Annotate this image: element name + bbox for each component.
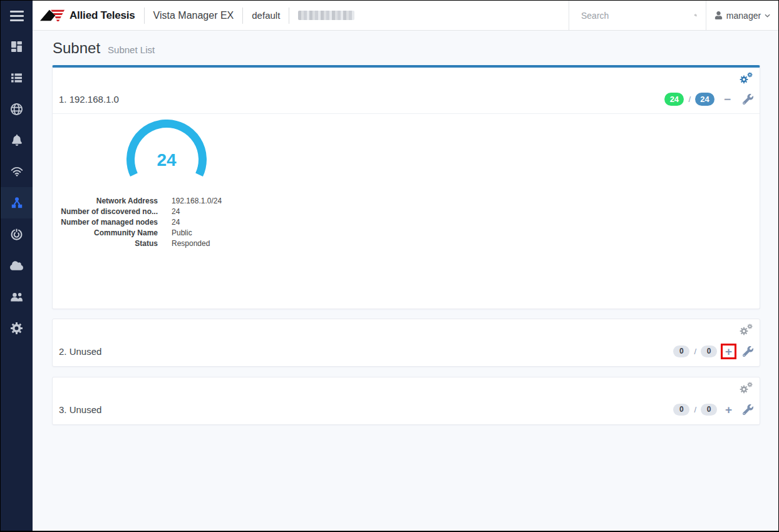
subnet-tools-button[interactable] — [743, 346, 753, 357]
wrench-icon — [743, 346, 753, 357]
detail-label: Community Name — [59, 228, 158, 238]
wrench-icon — [743, 94, 753, 105]
managed-count-badge: 0 — [701, 345, 717, 357]
sidebar-item-dashboard[interactable] — [1, 31, 33, 62]
sidebar — [1, 1, 33, 531]
user-icon — [715, 11, 723, 19]
brand-name: Allied Telesis — [70, 9, 135, 22]
detail-row: Community Name Public — [53, 228, 760, 238]
discovered-count-badge: 0 — [673, 345, 689, 357]
subnet-card-2: 2. Unused 0 / 0 + — [52, 319, 760, 367]
search-input[interactable] — [581, 11, 694, 21]
discovered-count-badge: 0 — [673, 404, 689, 416]
globe-icon — [10, 103, 23, 116]
wifi-icon — [10, 165, 24, 178]
sidebar-item-cloud[interactable] — [1, 250, 33, 281]
detail-label: Number of discovered no... — [59, 207, 158, 217]
search-icon[interactable] — [694, 9, 697, 21]
detail-row: Number of managed nodes 24 — [53, 217, 760, 228]
detail-label: Network Address — [59, 196, 158, 207]
menu-icon[interactable] — [1, 1, 33, 31]
topology-icon — [11, 197, 23, 209]
detail-label: Status — [59, 238, 158, 249]
gear-icon — [10, 322, 23, 335]
expand-button-highlighted[interactable]: + — [721, 344, 736, 359]
allied-telesis-logo-mark — [40, 9, 65, 22]
detail-row: Number of discovered no... 24 — [53, 207, 760, 217]
subnet-settings-gears-icon[interactable] — [740, 324, 753, 336]
sidebar-item-sdwan[interactable] — [1, 218, 33, 250]
users-icon — [10, 292, 24, 302]
top-header: Allied Telesis Vista Manager EX default … — [33, 1, 778, 31]
badge-separator: / — [694, 347, 696, 356]
subnet-title: 3. Unused — [59, 404, 101, 415]
detail-value: 24 — [172, 207, 180, 217]
managed-count-badge: 24 — [695, 93, 715, 106]
sidebar-item-network-map[interactable] — [1, 93, 33, 125]
chevron-down-icon — [765, 14, 770, 18]
detail-value: 24 — [172, 217, 180, 228]
subnet-tools-button[interactable] — [743, 94, 753, 105]
cloud-icon — [10, 260, 23, 271]
search-section — [569, 1, 706, 30]
subnet-card-1: 1. 192.168.1.0 24 / 24 − 24 Networ — [52, 65, 760, 309]
sidebar-item-user-management[interactable] — [1, 281, 33, 312]
page-title-row: Subnet Subnet List — [52, 39, 760, 57]
network-selector[interactable]: default — [252, 10, 280, 21]
badge-separator: / — [688, 95, 691, 104]
badge-separator: / — [694, 405, 696, 414]
subnet-tools-button[interactable] — [743, 404, 753, 415]
dashboard-icon — [11, 41, 23, 53]
vortex-icon — [10, 228, 23, 241]
username: manager — [726, 11, 761, 21]
product-name: Vista Manager EX — [153, 10, 234, 21]
user-menu[interactable]: manager — [706, 1, 778, 30]
sidebar-item-event-log[interactable] — [1, 125, 33, 156]
list-icon — [11, 72, 23, 84]
sidebar-item-topology[interactable] — [1, 187, 33, 218]
detail-row: Status Responded — [53, 238, 760, 249]
collapse-button[interactable]: − — [720, 91, 735, 107]
sidebar-item-asset-list[interactable] — [1, 62, 33, 93]
main-content: Subnet Subnet List 1. 192.168.1.0 24 / 2… — [33, 31, 778, 531]
sidebar-item-settings[interactable] — [1, 312, 33, 344]
allied-telesis-logo: Allied Telesis — [40, 9, 135, 22]
redacted-ip-address — [298, 11, 354, 20]
gauge-value: 24 — [157, 150, 177, 170]
node-count-gauge: 24 — [126, 120, 207, 182]
subnet-card-3: 3. Unused 0 / 0 + — [52, 377, 760, 425]
subnet-title: 1. 192.168.1.0 — [59, 94, 119, 105]
subnet-title: 2. Unused — [59, 346, 101, 357]
sidebar-item-wireless[interactable] — [1, 156, 33, 187]
divider — [144, 8, 145, 24]
divider — [289, 8, 289, 24]
detail-value: 192.168.1.0/24 — [172, 196, 222, 207]
detail-value: Public — [172, 228, 192, 238]
expand-button[interactable]: + — [721, 402, 736, 417]
page-subtitle: Subnet List — [108, 44, 155, 55]
wrench-icon — [743, 404, 753, 415]
detail-label: Number of managed nodes — [59, 217, 158, 228]
discovered-count-badge: 24 — [664, 93, 684, 106]
subnet-settings-gears-icon[interactable] — [740, 382, 753, 394]
bell-icon — [11, 135, 23, 146]
managed-count-badge: 0 — [701, 404, 717, 416]
detail-value: Responded — [172, 238, 210, 249]
detail-row: Network Address 192.168.1.0/24 — [53, 196, 760, 207]
page-title: Subnet — [53, 39, 100, 57]
divider — [242, 8, 243, 24]
subnet-settings-gears-icon[interactable] — [740, 72, 753, 84]
